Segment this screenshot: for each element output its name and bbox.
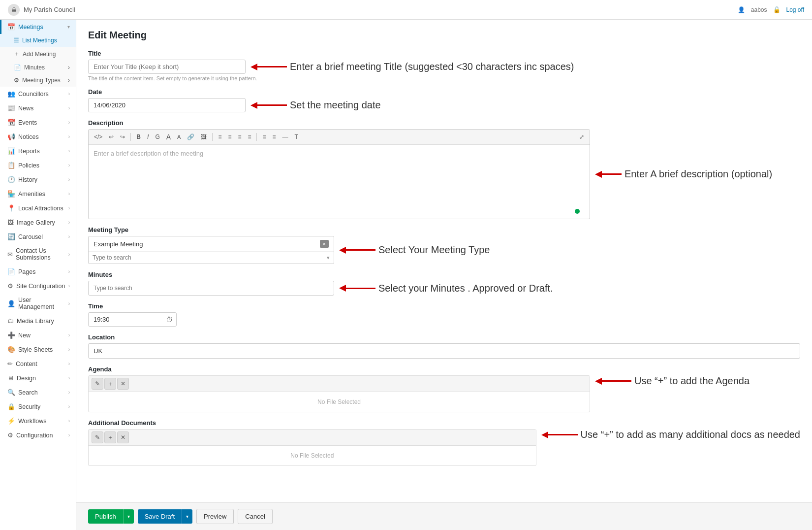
sidebar: 📅 Meetings ▾ ☰ List Meetings ＋ Add Meeti…	[0, 20, 76, 530]
sidebar-item-search[interactable]: 🔍Search ›	[0, 385, 76, 399]
sidebar-item-media[interactable]: 🗂Media Library	[0, 314, 76, 328]
editor-btn-align-left[interactable]: ≡	[216, 132, 224, 142]
editor-btn-a-lower[interactable]: A	[175, 132, 183, 141]
editor-btn-a-upper[interactable]: A	[164, 132, 173, 142]
sidebar-item-councillors[interactable]: 👥Councillors ›	[0, 87, 76, 101]
editor-btn-list-ol[interactable]: ≡	[270, 132, 278, 142]
meeting-type-remove-btn[interactable]: ×	[320, 240, 329, 248]
minutes-section: Minutes Select your Minutes . Approved o…	[88, 271, 800, 296]
sidebar-item-history[interactable]: 🕐History ›	[0, 172, 76, 187]
content-icon: ✏	[7, 360, 13, 367]
chevron-icon: ›	[68, 283, 70, 289]
meeting-type-selected[interactable]: Example Meeting ×	[89, 236, 334, 251]
main-content: Edit Meeting Title Enter a brief meeting…	[76, 20, 812, 502]
notices-icon: 📢	[7, 133, 15, 140]
sidebar-item-meeting-types[interactable]: ⚙ Meeting Types ›	[0, 74, 76, 87]
sidebar-item-content[interactable]: ✏Content ›	[0, 357, 76, 371]
sidebar-item-new[interactable]: ➕New ›	[0, 328, 76, 342]
additional-docs-label: Additional Documents	[88, 419, 800, 427]
sidebar-item-carousel[interactable]: 🔄Carousel ›	[0, 230, 76, 244]
save-draft-dropdown-btn[interactable]: ▾	[182, 509, 192, 524]
date-input[interactable]	[88, 98, 246, 112]
meeting-type-search-input[interactable]	[93, 254, 327, 261]
title-input[interactable]	[88, 60, 246, 74]
minutes-icon: 📄	[14, 64, 21, 71]
sidebar-item-policies[interactable]: 📋Policies ›	[0, 158, 76, 172]
search-icon: 🔍	[7, 389, 15, 396]
date-label: Date	[88, 88, 800, 96]
sidebar-item-security[interactable]: 🔒Security ›	[0, 399, 76, 414]
sidebar-item-reports[interactable]: 📊Reports ›	[0, 144, 76, 158]
publish-dropdown-btn[interactable]: ▾	[123, 509, 134, 524]
save-draft-button[interactable]: Save Draft	[138, 509, 182, 524]
editor-btn-list-ul[interactable]: ≡	[260, 132, 268, 142]
sidebar-item-design[interactable]: 🖥Design ›	[0, 371, 76, 385]
sidebar-item-add-meeting[interactable]: ＋ Add Meeting	[0, 47, 76, 61]
sidebar-item-notices[interactable]: 📢Notices ›	[0, 130, 76, 144]
editor-btn-align-right[interactable]: ≡	[235, 132, 244, 142]
editor-btn-image[interactable]: 🖼	[198, 132, 209, 142]
chevron-icon: ›	[68, 332, 70, 338]
sidebar-item-list-meetings[interactable]: ☰ List Meetings	[0, 34, 76, 47]
editor-btn-align-center[interactable]: ≡	[225, 132, 234, 142]
chevron-icon: ›	[68, 191, 70, 197]
publish-button[interactable]: Publish	[88, 509, 123, 524]
sidebar-item-amenities[interactable]: 🏪Amenities ›	[0, 187, 76, 201]
docs-add-btn[interactable]: ＋	[104, 431, 116, 443]
design-icon: 🖥	[7, 374, 14, 382]
editor-btn-undo[interactable]: ↩	[106, 132, 116, 142]
preview-button[interactable]: Preview	[196, 509, 234, 524]
sidebar-item-meetings[interactable]: 📅 Meetings ▾	[0, 20, 76, 34]
logout-link[interactable]: Log off	[786, 6, 804, 13]
design-label: Design	[17, 375, 36, 382]
editor-btn-align-justify[interactable]: ≡	[245, 132, 253, 142]
editor-btn-link[interactable]: 🔗	[185, 132, 197, 142]
docs-edit-btn[interactable]: ✎	[92, 431, 103, 443]
minutes-search-input[interactable]	[94, 285, 329, 292]
editor-area[interactable]: Enter a brief description of the meeting	[89, 145, 590, 219]
sidebar-item-user-mgmt[interactable]: 👤User Management ›	[0, 293, 76, 314]
user-mgmt-label: User Management	[18, 297, 68, 310]
sidebar-item-site-config[interactable]: ⚙Site Configuration ›	[0, 279, 76, 293]
editor-btn-hr[interactable]: —	[280, 132, 291, 142]
sidebar-item-events[interactable]: 📆Events ›	[0, 115, 76, 130]
editor-placeholder: Enter a brief description of the meeting	[94, 150, 203, 157]
cancel-button[interactable]: Cancel	[238, 509, 272, 524]
policies-label: Policies	[18, 162, 39, 169]
sidebar-item-pages[interactable]: 📄Pages ›	[0, 265, 76, 279]
editor-btn-format[interactable]: T	[292, 132, 301, 142]
time-input[interactable]	[88, 312, 177, 327]
location-input[interactable]	[88, 343, 800, 359]
editor-btn-code[interactable]: </>	[92, 132, 105, 142]
sidebar-item-contact-us[interactable]: ✉Contact Us Submissions ›	[0, 244, 76, 265]
notices-label: Notices	[18, 133, 39, 140]
site-config-icon: ⚙	[7, 282, 13, 290]
time-label: Time	[88, 302, 800, 310]
sidebar-item-configuration[interactable]: ⚙Configuration ›	[0, 428, 76, 442]
chevron-right-icon2: ›	[68, 77, 70, 84]
chevron-icon: ›	[68, 432, 70, 438]
editor-btn-bold[interactable]: B	[134, 132, 143, 142]
agenda-delete-btn[interactable]: ✕	[117, 378, 129, 390]
chevron-icon: ›	[68, 418, 70, 424]
sidebar-item-workflows[interactable]: ⚡Workflows ›	[0, 414, 76, 428]
agenda-add-btn[interactable]: ＋	[104, 378, 116, 390]
agenda-edit-btn[interactable]: ✎	[92, 378, 103, 390]
docs-no-file-text: No File Selected	[290, 452, 334, 459]
editor-btn-expand[interactable]: ⤢	[577, 132, 587, 142]
sidebar-item-local-attractions[interactable]: 📍Local Attractions ›	[0, 201, 76, 215]
editor-status-dot	[575, 209, 580, 214]
docs-delete-btn[interactable]: ✕	[117, 431, 129, 443]
sidebar-item-style-sheets[interactable]: 🎨Style Sheets ›	[0, 342, 76, 357]
meeting-types-label: Meeting Types	[22, 77, 61, 84]
sidebar-item-news[interactable]: 📰News ›	[0, 101, 76, 115]
editor-btn-redo[interactable]: ↪	[118, 132, 127, 142]
sidebar-item-image-gallery[interactable]: 🖼Image Gallery ›	[0, 215, 76, 230]
editor-btn-italic[interactable]: I	[145, 132, 151, 142]
sidebar-item-minutes[interactable]: 📄 Minutes ›	[0, 61, 76, 74]
editor-btn-g[interactable]: G	[153, 132, 162, 142]
title-section: Title Enter a brief meeting Title (sugge…	[88, 50, 800, 81]
new-icon: ➕	[7, 331, 15, 339]
page-title: Edit Meeting	[88, 30, 800, 41]
meeting-type-label: Meeting Type	[88, 226, 800, 233]
